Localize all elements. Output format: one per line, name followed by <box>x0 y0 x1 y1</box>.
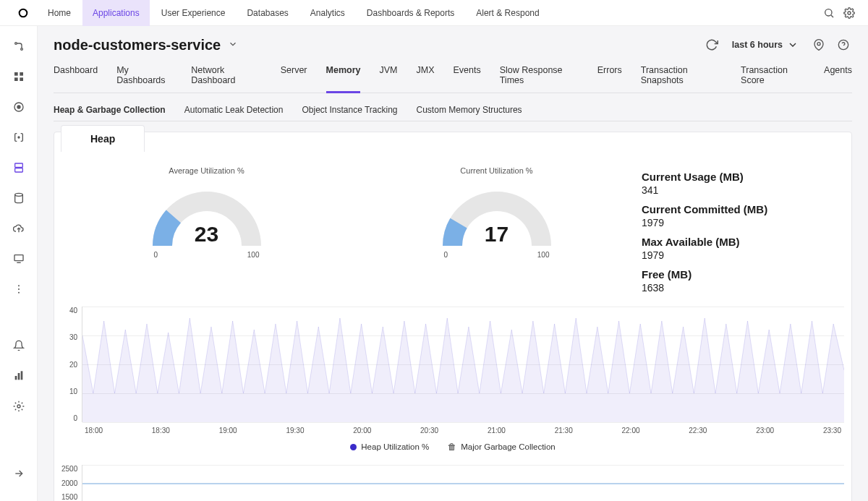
tab-jmx[interactable]: JMX <box>416 58 434 93</box>
gauge-title-cur: Current Utilization % <box>460 166 532 175</box>
page-header: node-customers-service last 6 hours <box>54 36 852 53</box>
tab-errors[interactable]: Errors <box>597 58 622 93</box>
card-tab-heap[interactable]: Heap <box>61 125 145 152</box>
gauge-title-avg: Average Utilization % <box>169 166 244 175</box>
gauge-value-avg: 23 <box>145 222 268 247</box>
heap-utilization-chart[interactable] <box>82 307 844 422</box>
topnav-home[interactable]: Home <box>38 0 81 26</box>
x-tick-label: 21:00 <box>488 427 506 434</box>
tab-events[interactable]: Events <box>453 58 480 93</box>
tab-network-dashboard[interactable]: Network Dashboard <box>191 58 261 93</box>
legend-major-gc[interactable]: 🗑Major Garbage Collection <box>448 442 555 452</box>
gauge-value-cur: 17 <box>435 222 558 247</box>
subtab-heap-garbage-collection[interactable]: Heap & Garbage Collection <box>54 99 166 121</box>
monitor-icon[interactable] <box>9 249 29 269</box>
expand-icon[interactable] <box>9 463 29 484</box>
svg-rect-9 <box>20 77 23 81</box>
path-icon[interactable] <box>9 36 29 56</box>
gear-icon[interactable] <box>839 3 859 23</box>
svg-point-27 <box>817 43 820 46</box>
svg-point-11 <box>17 106 20 108</box>
stat-label: Free (MB) <box>642 268 830 281</box>
x-tick-label: 19:00 <box>219 427 237 434</box>
chart-legend: Heap Utilization % 🗑Major Garbage Collec… <box>61 442 844 452</box>
svg-rect-13 <box>14 163 22 167</box>
x-tick-label: 22:00 <box>622 427 640 434</box>
tab-dashboard[interactable]: Dashboard <box>54 58 98 93</box>
tab-slow-response-times[interactable]: Slow Response Times <box>500 58 579 93</box>
content-area: node-customers-service last 6 hours <box>38 26 868 501</box>
help-icon[interactable] <box>835 36 852 53</box>
database-icon[interactable] <box>9 188 29 208</box>
stat-label: Current Committed (MB) <box>642 203 830 215</box>
refresh-icon[interactable] <box>703 36 720 53</box>
topnav-user-experience[interactable]: User Experience <box>151 0 236 26</box>
x-tick-label: 18:30 <box>152 427 170 434</box>
tab-memory[interactable]: Memory <box>326 58 361 93</box>
topnav-alert-respond[interactable]: Alert & Respond <box>466 0 549 26</box>
circle-icon[interactable] <box>9 97 29 117</box>
svg-rect-8 <box>14 77 18 81</box>
svg-rect-7 <box>20 72 23 76</box>
dashboard-icon[interactable] <box>9 67 29 87</box>
x-tick-label: 19:30 <box>286 427 304 434</box>
brand-logo <box>9 7 38 19</box>
gauge-max: 100 <box>247 251 260 259</box>
brackets-icon[interactable] <box>9 127 29 147</box>
svg-rect-23 <box>17 373 20 380</box>
svg-line-2 <box>831 15 833 17</box>
x-tick-label: 23:30 <box>823 427 841 434</box>
max-heap-chart[interactable] <box>82 465 844 501</box>
topnav-dashboards-reports[interactable]: Dashboards & Reports <box>357 0 464 26</box>
subtab-object-instance-tracking[interactable]: Object Instance Tracking <box>302 99 397 121</box>
stat-value: 1979 <box>642 249 830 261</box>
gauge-min: 0 <box>154 251 158 259</box>
x-tick-label: 18:00 <box>85 427 103 434</box>
svg-rect-24 <box>20 371 22 380</box>
servers-icon[interactable] <box>9 158 29 178</box>
trash-icon: 🗑 <box>448 442 456 452</box>
tab-my-dashboards[interactable]: My Dashboards <box>116 58 172 93</box>
settings-gear-icon[interactable] <box>9 396 29 416</box>
svg-rect-17 <box>14 255 23 261</box>
stat-value: 341 <box>642 184 830 196</box>
svg-point-20 <box>18 288 20 290</box>
bell-icon[interactable] <box>9 335 29 356</box>
gauge-min: 0 <box>444 251 448 259</box>
chevron-down-icon[interactable] <box>228 39 238 51</box>
time-range-selector[interactable]: last 6 hours <box>728 36 803 53</box>
x-tick-label: 20:00 <box>353 427 371 434</box>
top-navigation: HomeApplicationsUser ExperienceDatabases… <box>0 0 868 26</box>
more-vertical-icon[interactable] <box>9 279 29 299</box>
subtab-automatic-leak-detection[interactable]: Automatic Leak Detection <box>184 99 284 121</box>
svg-point-0 <box>20 9 27 17</box>
stat-label: Max Available (MB) <box>642 236 830 248</box>
svg-point-19 <box>18 285 20 286</box>
tab-server[interactable]: Server <box>281 58 307 93</box>
stat-value: 1979 <box>642 217 830 228</box>
left-rail <box>0 26 38 501</box>
svg-point-25 <box>17 405 20 408</box>
topnav-applications[interactable]: Applications <box>82 0 150 26</box>
bar-chart-icon[interactable] <box>9 366 29 386</box>
x-tick-label: 22:30 <box>689 427 707 434</box>
svg-point-15 <box>14 193 22 196</box>
legend-heap-util[interactable]: Heap Utilization % <box>350 442 429 452</box>
tab-transaction-score[interactable]: Transaction Score <box>741 58 805 93</box>
tab-agents[interactable]: Agents <box>824 58 852 93</box>
tab-jvm[interactable]: JVM <box>379 58 397 93</box>
cloud-upload-icon[interactable] <box>9 218 29 239</box>
topnav-databases[interactable]: Databases <box>237 0 298 26</box>
stat-label: Current Usage (MB) <box>642 171 830 183</box>
topnav-analytics[interactable]: Analytics <box>300 0 355 26</box>
svg-point-12 <box>18 137 20 138</box>
location-pin-icon[interactable] <box>810 36 827 53</box>
gauge-current-utilization: 17 <box>435 181 558 249</box>
gauge-max: 100 <box>537 251 550 259</box>
tab-transaction-snapshots[interactable]: Transaction Snapshots <box>641 58 722 93</box>
stat-value: 1638 <box>642 282 830 294</box>
search-icon[interactable] <box>819 3 839 23</box>
svg-rect-22 <box>14 376 17 380</box>
subtab-custom-memory-structures[interactable]: Custom Memory Structures <box>417 99 522 121</box>
heap-card: Heap Average Utilization % 23 0100 Curre… <box>54 132 852 501</box>
